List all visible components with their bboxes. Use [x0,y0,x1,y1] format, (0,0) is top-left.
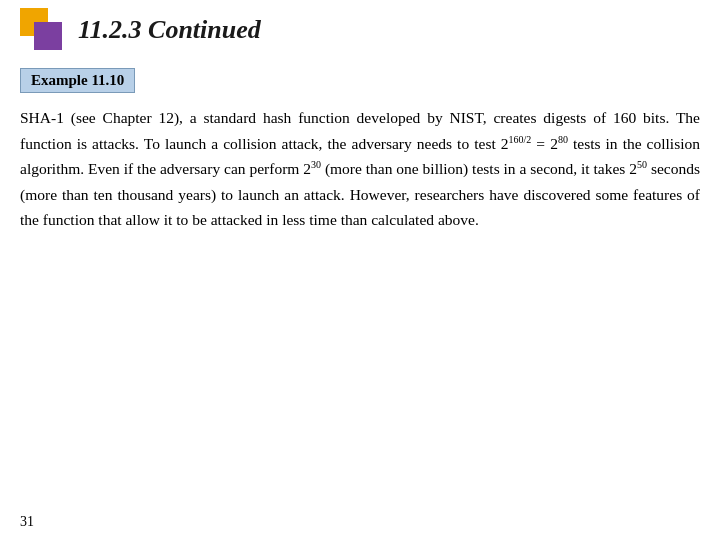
accent-square-purple [34,22,62,50]
superscript-3: 30 [311,159,321,170]
example-label: Example 11.10 [20,68,135,93]
superscript-1: 160/2 [509,133,532,144]
text-part1: SHA-1 (see Chapter 12), a standard hash … [20,109,700,228]
main-paragraph: SHA-1 (see Chapter 12), a standard hash … [20,105,700,233]
content-area: Example 11.10 SHA-1 (see Chapter 12), a … [0,60,720,253]
page-title: 11.2.3 Continued [78,15,261,45]
superscript-4: 50 [637,159,647,170]
superscript-2: 80 [558,133,568,144]
page-number: 31 [20,514,34,530]
header: 11.2.3 Continued [0,0,720,60]
